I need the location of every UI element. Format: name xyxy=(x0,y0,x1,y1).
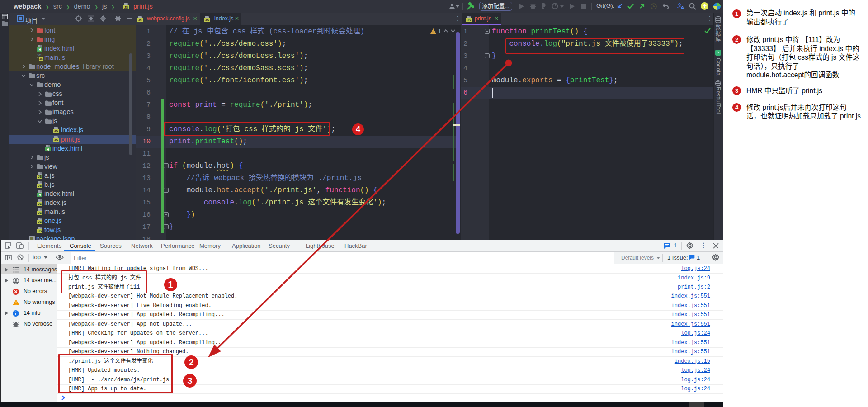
svg-text:!: ! xyxy=(432,30,433,34)
svg-text:A: A xyxy=(681,5,684,10)
